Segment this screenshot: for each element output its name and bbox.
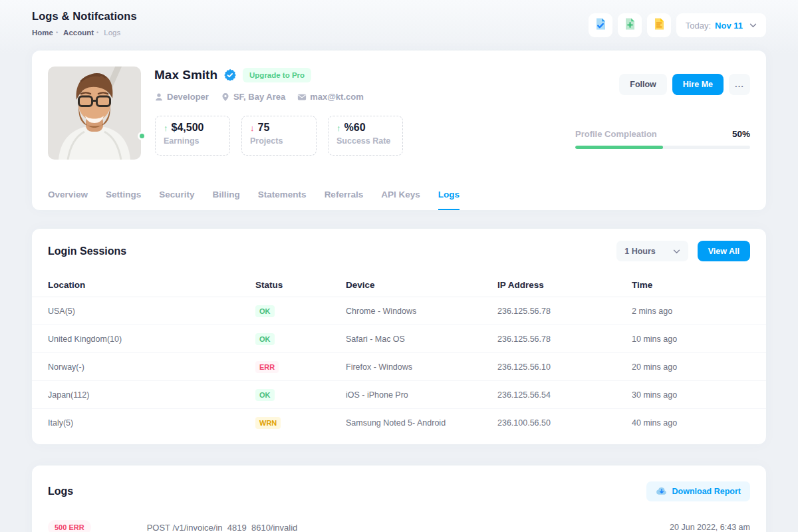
stat-projects: 75 Projects <box>241 116 317 156</box>
stat-success-rate: %60 Success Rate <box>328 116 403 156</box>
session-time: 40 mins ago <box>632 418 750 428</box>
stat-earnings-value: $4,500 <box>172 122 204 134</box>
table-row: United Kingdom(10) OK Safari - Mac OS 23… <box>32 325 766 353</box>
session-device: Samsung Noted 5- Android <box>346 418 497 428</box>
file-check-button[interactable] <box>589 13 612 37</box>
email-icon <box>297 92 307 102</box>
chevron-down-icon <box>673 247 680 256</box>
session-location: USA(5) <box>48 307 255 316</box>
table-row: Japan(112) OK iOS - iPhone Pro 236.125.5… <box>32 381 766 409</box>
online-status-dot <box>138 132 146 140</box>
session-location: Italy(5) <box>48 418 255 428</box>
cloud-download-icon <box>656 486 668 497</box>
profile-email-label: max@kt.com <box>310 92 364 102</box>
profile-location[interactable]: SF, Bay Area <box>221 92 285 102</box>
tab-statements[interactable]: Statements <box>258 190 307 210</box>
more-options-button[interactable]: ... <box>729 74 750 95</box>
download-report-label: Download Report <box>672 487 741 496</box>
tab-api-keys[interactable]: API Keys <box>381 190 420 210</box>
verified-seal-icon <box>223 68 237 82</box>
stat-projects-value: 75 <box>258 122 270 134</box>
breadcrumb-account[interactable]: Account <box>63 29 94 37</box>
breadcrumb-logs: Logs <box>104 29 120 37</box>
status-badge: OK <box>255 333 275 345</box>
tab-billing[interactable]: Billing <box>213 190 240 210</box>
location-pin-icon <box>221 92 230 102</box>
profile-meta-row: Developer SF, Bay Area max@kt.com <box>154 92 364 102</box>
log-path: POST /v1/invoice/in_4819_8610/invalid <box>147 523 298 532</box>
breadcrumb-home[interactable]: Home <box>32 29 53 37</box>
session-location: Japan(112) <box>48 390 255 400</box>
profile-completion-value: 50% <box>732 129 750 139</box>
chevron-down-icon <box>749 23 757 28</box>
date-label: Today: <box>686 21 711 31</box>
table-row: Norway(-) ERR Firefox - Windows 236.125.… <box>32 353 766 381</box>
session-ip: 236.125.56.54 <box>497 390 632 400</box>
profile-completion: Profile Compleation 50% <box>575 129 750 149</box>
log-date: 20 Jun 2022, 6:43 am <box>670 523 750 532</box>
profile-actions: Follow Hire Me ... <box>619 74 750 95</box>
download-report-button[interactable]: Download Report <box>646 481 750 501</box>
session-ip: 236.125.56.10 <box>497 362 632 372</box>
profile-role[interactable]: Developer <box>154 92 209 102</box>
hire-me-button[interactable]: Hire Me <box>672 74 724 95</box>
table-row: USA(5) OK Chrome - Windows 236.125.56.78… <box>32 297 766 325</box>
column-location: Location <box>48 280 255 290</box>
breadcrumb: Home • Account • Logs <box>32 29 137 37</box>
view-all-button[interactable]: View All <box>698 241 750 261</box>
login-sessions-title: Login Sessions <box>48 245 126 257</box>
page-header: Logs & Notifcations Home • Account • Log… <box>32 10 137 37</box>
session-ip: 236.125.56.78 <box>497 307 632 316</box>
log-status-badge: 500 ERR <box>48 520 91 532</box>
file-lines-button[interactable] <box>647 13 671 37</box>
logs-title: Logs <box>48 485 73 497</box>
session-location: Norway(-) <box>48 362 255 372</box>
tab-security[interactable]: Security <box>159 190 194 210</box>
follow-button[interactable]: Follow <box>619 74 667 95</box>
stat-earnings: $4,500 Earnings <box>155 116 230 156</box>
login-sessions-table: Location Status Device IP Address Time U… <box>32 273 766 437</box>
trend-up-icon <box>336 123 341 133</box>
session-location: United Kingdom(10) <box>48 334 255 344</box>
stat-success-rate-label: Success Rate <box>336 136 394 146</box>
tab-logs[interactable]: Logs <box>438 190 460 210</box>
column-ip-address: IP Address <box>497 280 632 290</box>
profile-email[interactable]: max@kt.com <box>297 92 364 102</box>
profile-name-row: Max Smith Upgrade to Pro <box>154 68 311 82</box>
user-icon <box>154 92 164 102</box>
session-device: Firefox - Windows <box>346 362 497 372</box>
progress-bar <box>575 146 750 149</box>
session-time: 2 mins ago <box>632 307 750 316</box>
file-plus-button[interactable] <box>618 13 642 37</box>
trend-down-icon <box>250 123 255 133</box>
avatar <box>48 66 141 160</box>
session-time: 20 mins ago <box>632 362 750 372</box>
profile-card: Max Smith Upgrade to Pro Developer SF, B… <box>32 51 766 210</box>
session-ip: 236.100.56.50 <box>497 418 632 428</box>
toolbar: Today: Nov 11 <box>589 13 766 37</box>
session-ip: 236.125.56.78 <box>497 334 632 344</box>
date-picker[interactable]: Today: Nov 11 <box>676 13 766 37</box>
hours-filter-select[interactable]: 1 Hours <box>616 241 688 261</box>
tab-overview[interactable]: Overview <box>48 190 88 210</box>
profile-stats: $4,500 Earnings 75 Projects %60 Success … <box>155 116 403 156</box>
tab-referrals[interactable]: Referrals <box>325 190 364 210</box>
profile-tabs: Overview Settings Security Billing State… <box>48 190 460 210</box>
trend-up-icon <box>164 123 168 133</box>
log-row: 500 ERR POST /v1/invoice/in_4819_8610/in… <box>48 520 750 532</box>
profile-role-label: Developer <box>167 92 209 102</box>
file-plus-icon <box>623 17 636 33</box>
breadcrumb-separator: • <box>56 29 58 36</box>
progress-bar-fill <box>575 146 663 149</box>
session-time: 30 mins ago <box>632 390 750 400</box>
session-device: Chrome - Windows <box>346 307 497 316</box>
stat-projects-label: Projects <box>250 136 308 146</box>
session-device: iOS - iPhone Pro <box>346 390 497 400</box>
status-badge: ERR <box>255 361 279 373</box>
column-status: Status <box>255 280 346 290</box>
upgrade-to-pro-badge[interactable]: Upgrade to Pro <box>243 68 311 82</box>
hours-filter-value: 1 Hours <box>624 247 656 256</box>
status-badge: OK <box>255 389 275 401</box>
profile-name[interactable]: Max Smith <box>154 68 217 82</box>
tab-settings[interactable]: Settings <box>106 190 141 210</box>
